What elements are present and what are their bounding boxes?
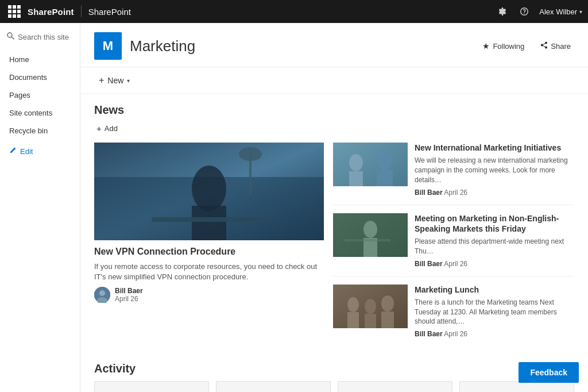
sidebar-item-home[interactable]: Home xyxy=(0,51,80,68)
activity-card-3[interactable] xyxy=(338,381,452,392)
site-header: M Marketing ★ Following Share xyxy=(80,23,588,67)
thumb-image-3 xyxy=(333,285,408,328)
search-icon xyxy=(7,32,14,41)
plus-icon: + xyxy=(99,75,104,86)
sidebar-item-pages[interactable]: Pages xyxy=(0,86,80,104)
news-side-body-3: Marketing Lunch There is a lunch for the… xyxy=(415,285,574,339)
share-icon xyxy=(540,41,548,51)
svg-rect-27 xyxy=(381,312,394,328)
news-side-body-1: New International Marketing Initiatives … xyxy=(415,143,574,197)
news-side-meta-1: Bill Baer April 26 xyxy=(415,189,574,197)
svg-point-22 xyxy=(347,297,359,312)
edit-icon xyxy=(9,147,17,156)
activity-card-2[interactable]: S xyxy=(216,381,331,392)
sidebar: Search this site Home Documents Pages Si… xyxy=(0,23,80,392)
following-button[interactable]: ★ Following xyxy=(479,39,528,53)
share-label: Share xyxy=(551,42,571,51)
site-logo: M xyxy=(94,32,122,60)
following-label: Following xyxy=(493,42,524,51)
sidebar-item-recycle-bin[interactable]: Recycle bin xyxy=(0,122,80,140)
waffle-menu[interactable] xyxy=(6,3,23,20)
news-grid: New VPN Connection Procedure If you remo… xyxy=(94,143,574,346)
svg-rect-12 xyxy=(333,143,408,186)
edit-label: Edit xyxy=(20,147,33,156)
news-side-card-3[interactable]: Marketing Lunch There is a lunch for the… xyxy=(333,285,574,347)
nav-divider xyxy=(81,6,82,17)
news-side-desc-2: Please attend this department-wide meeti… xyxy=(415,237,574,256)
news-main-desc: If you remote access to corporate resour… xyxy=(94,262,324,282)
side-author-date-3: April 26 xyxy=(444,330,467,338)
feedback-button[interactable]: Feedback xyxy=(519,362,579,383)
add-label: Add xyxy=(105,124,118,133)
author-name: Bill Baer xyxy=(115,287,143,295)
news-side-meta-3: Bill Baer April 26 xyxy=(415,330,574,338)
svg-rect-25 xyxy=(365,314,376,328)
author-avatar xyxy=(94,287,110,303)
main-layout: Search this site Home Documents Pages Si… xyxy=(0,23,588,392)
nav-icons: Alex Wilber ▾ xyxy=(493,3,582,20)
svg-rect-5 xyxy=(192,206,226,240)
author-date: April 26 xyxy=(115,295,143,303)
svg-point-8 xyxy=(239,147,262,161)
news-side-body-2: Meeting on Marketing in Non-English-Spea… xyxy=(415,213,574,268)
news-section: News + Add xyxy=(94,103,574,346)
svg-rect-20 xyxy=(345,239,390,241)
sidebar-edit-button[interactable]: Edit xyxy=(0,142,80,160)
side-author-date-1: April 26 xyxy=(444,189,467,197)
add-news-button[interactable]: + Add xyxy=(94,122,120,134)
news-main-card[interactable]: New VPN Connection Procedure If you remo… xyxy=(94,143,324,346)
news-side-thumb-1 xyxy=(333,143,408,186)
news-side-desc-3: There is a lunch for the Marketing teams… xyxy=(415,298,574,326)
news-side-card-2[interactable]: Meeting on Marketing in Non-English-Spea… xyxy=(333,213,574,276)
sidebar-item-documents[interactable]: Documents xyxy=(0,68,80,86)
add-icon: + xyxy=(96,124,102,133)
activity-section: Activity xyxy=(94,362,574,392)
author-info: Bill Baer April 26 xyxy=(115,287,143,303)
news-side-title-2: Meeting on Marketing in Non-English-Spea… xyxy=(415,213,574,234)
thumb-image-2 xyxy=(333,213,408,257)
user-menu[interactable]: Alex Wilber ▾ xyxy=(539,7,582,16)
svg-point-10 xyxy=(99,290,105,296)
star-icon: ★ xyxy=(482,41,490,51)
svg-rect-23 xyxy=(347,312,359,328)
main-content: News + Add xyxy=(80,94,588,392)
news-side-thumb-2 xyxy=(333,213,408,257)
news-main-photo xyxy=(94,143,324,240)
share-button[interactable]: Share xyxy=(537,39,574,53)
sidebar-search[interactable]: Search this site xyxy=(0,28,80,46)
settings-icon[interactable] xyxy=(493,3,509,20)
svg-rect-14 xyxy=(349,171,363,186)
help-icon[interactable] xyxy=(516,3,532,20)
news-main-image xyxy=(94,143,324,240)
sidebar-nav: Home Documents Pages Site contents Recyc… xyxy=(0,51,80,140)
side-author-name-2: Bill Baer xyxy=(415,260,443,268)
svg-point-18 xyxy=(363,221,377,238)
sidebar-item-site-contents[interactable]: Site contents xyxy=(0,104,80,122)
user-name: Alex Wilber xyxy=(539,7,577,16)
new-label: New xyxy=(107,76,123,85)
news-side-meta-2: Bill Baer April 26 xyxy=(415,260,574,268)
news-main-body: New VPN Connection Procedure If you remo… xyxy=(94,240,324,308)
search-placeholder: Search this site xyxy=(18,33,69,41)
activity-card-1[interactable] xyxy=(94,381,209,392)
news-side-card-1[interactable]: New International Marketing Initiatives … xyxy=(333,143,574,205)
side-author-date-2: April 26 xyxy=(444,260,467,268)
user-chevron-icon: ▾ xyxy=(579,9,582,15)
site-title: Marketing xyxy=(130,37,195,55)
new-button[interactable]: + New ▾ xyxy=(94,73,134,88)
svg-point-4 xyxy=(192,166,226,212)
svg-point-13 xyxy=(349,154,363,171)
top-nav: SharePoint SharePoint Alex Wilber ▾ xyxy=(0,0,588,23)
thumb-image-1 xyxy=(333,143,408,186)
news-main-author: Bill Baer April 26 xyxy=(94,287,324,303)
svg-point-15 xyxy=(377,149,393,170)
content-toolbar: + New ▾ xyxy=(80,67,588,94)
news-side-thumb-3 xyxy=(333,285,408,328)
news-side-title-1: New International Marketing Initiatives xyxy=(415,143,574,153)
side-author-name-3: Bill Baer xyxy=(415,330,443,338)
news-title: News xyxy=(94,103,574,117)
activity-cards: S xyxy=(94,381,574,392)
news-side-cards: New International Marketing Initiatives … xyxy=(333,143,574,346)
svg-line-1 xyxy=(11,37,14,39)
side-author-name-1: Bill Baer xyxy=(415,189,443,197)
